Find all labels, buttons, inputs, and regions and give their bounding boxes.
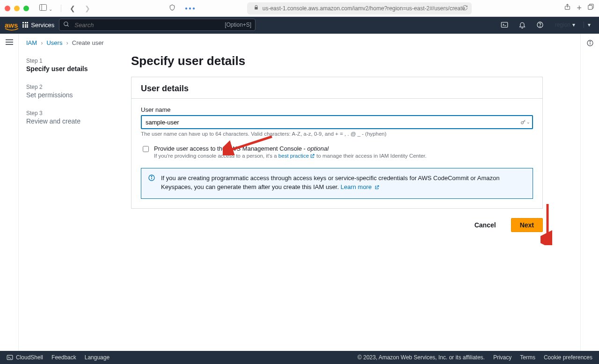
search-hint: [Option+S] [225,22,251,28]
footer-copyright: © 2023, Amazon Web Services, Inc. or its… [358,354,485,361]
svg-point-13 [151,176,152,176]
aws-logo[interactable]: aws [5,21,18,29]
region-dropdown[interactable]: region ▾ [551,22,579,28]
svg-rect-0 [40,5,47,11]
help-icon[interactable] [533,18,547,31]
browser-chrome: ⌄ ❮ ❯ ●●● us-east-1.console.aws.amazon.c… [0,0,599,17]
aws-footer: CloudShell Feedback Language © 2023, Ama… [0,351,599,364]
footer-terms[interactable]: Terms [520,354,535,361]
svg-point-18 [590,41,590,42]
info-alert: If you are creating programmatic access … [141,168,533,199]
page-outer: IAM › Users › Create user Step 1 Specify… [0,34,599,351]
info-panel-toggle-icon[interactable] [586,39,594,48]
crumb-iam[interactable]: IAM [26,39,37,46]
crumb-users[interactable]: Users [46,39,62,46]
close-window-button[interactable] [5,6,10,11]
maximize-window-button[interactable] [23,6,29,11]
grid-icon [22,22,28,28]
traffic-lights [5,6,29,11]
services-label: Services [31,22,54,29]
services-menu-button[interactable]: Services [22,22,54,29]
left-panel-toggle[interactable] [6,39,13,45]
tabs-icon[interactable] [587,3,594,13]
svg-point-4 [64,22,68,25]
wizard-step-3[interactable]: Step 3 Review and create [26,106,120,132]
chevron-right-icon: › [66,39,68,46]
footer-cookies[interactable]: Cookie preferences [544,354,592,361]
sidebar-toggle-button[interactable]: ⌄ [37,3,55,13]
svg-line-5 [67,25,69,26]
wizard-step-1[interactable]: Step 1 Specify user details [26,54,120,80]
account-dropdown[interactable]: ▾ [584,22,594,28]
external-link-icon [374,184,380,193]
address-bar[interactable]: us-east-1.console.aws.amazon.com/iamv2/h… [247,2,472,15]
minimize-window-button[interactable] [14,6,20,11]
wizard-step-2[interactable]: Step 2 Set permissions [26,80,120,106]
cancel-button[interactable]: Cancel [466,218,504,232]
cloudshell-icon[interactable] [498,18,511,31]
username-input[interactable] [141,115,533,129]
new-tab-icon[interactable]: + [577,3,582,13]
search-icon [63,21,70,29]
global-search[interactable]: [Option+S] [59,19,256,31]
nav-forward-button[interactable]: ❯ [82,4,93,13]
crumb-current: Create user [72,39,104,46]
footer-feedback[interactable]: Feedback [51,354,76,361]
console-access-checkbox[interactable] [143,146,149,152]
page-title: Specify user details [131,54,543,68]
key-icon[interactable]: ⌄ [520,119,530,125]
lock-icon [254,5,259,12]
aws-top-nav: aws Services [Option+S] region ▾ ▾ [0,17,599,33]
info-icon [148,174,156,193]
notifications-icon[interactable] [516,18,529,31]
card-title: User details [141,84,533,94]
reload-icon[interactable] [462,5,468,12]
nav-back-button[interactable]: ❮ [67,4,78,13]
search-input[interactable] [73,21,221,29]
console-access-sub: If you're providing console access to a … [154,153,426,160]
username-help: The user name can have up to 64 characte… [141,131,533,137]
wizard-steps: Step 1 Specify user details Step 2 Set p… [26,51,120,232]
footer-language[interactable]: Language [85,354,110,361]
site-settings-button[interactable]: ●●● [182,5,199,12]
user-details-card: User details User name ⌄ The user name c… [131,77,543,209]
svg-point-9 [540,26,540,27]
chevron-right-icon: › [41,39,43,46]
svg-rect-3 [588,5,592,9]
next-button[interactable]: Next [511,218,543,232]
best-practice-link[interactable]: best practice [278,153,315,159]
footer-privacy[interactable]: Privacy [493,354,511,361]
external-link-icon [310,153,315,160]
svg-rect-6 [501,22,507,28]
footer-cloudshell[interactable]: CloudShell [7,354,43,361]
breadcrumb: IAM › Users › Create user [19,34,580,49]
console-access-label: Provide user access to the AWS Managemen… [154,145,426,152]
svg-rect-19 [7,355,13,359]
url-text: us-east-1.console.aws.amazon.com/iamv2/h… [263,5,465,12]
username-label: User name [141,106,533,113]
shield-icon[interactable] [166,3,178,13]
share-icon[interactable] [564,3,571,13]
learn-more-link[interactable]: Learn more [341,183,380,190]
